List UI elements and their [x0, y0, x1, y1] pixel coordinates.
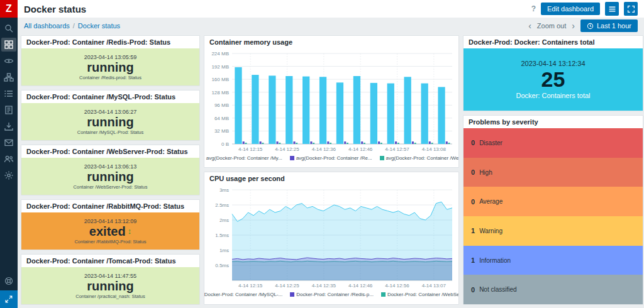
sidebar-item-administration[interactable]	[1, 168, 16, 182]
support-icon[interactable]	[1, 274, 16, 288]
severity-count: 0	[471, 286, 475, 294]
edit-dashboard-button[interactable]: Edit dashboard	[541, 3, 600, 15]
svg-text:4-14 12:56: 4-14 12:56	[385, 283, 409, 289]
legend-label: Docker-Prod: Container /WebSer...	[387, 292, 459, 297]
dashboard-menu-button[interactable]	[605, 2, 619, 16]
severity-label: High	[479, 169, 492, 176]
card-title: Docker-Prod: Container /Tomcat-Prod: Sta…	[21, 255, 199, 267]
legend-swatch-icon	[380, 156, 384, 160]
sidebar-item-dashboards[interactable]	[1, 38, 16, 52]
card-value-text: exited	[89, 225, 126, 238]
hamburger-icon	[608, 5, 616, 13]
card-value: exited ↕	[89, 225, 131, 238]
legend-swatch-icon	[381, 292, 386, 297]
svg-text:4-14 12:57: 4-14 12:57	[385, 146, 409, 152]
status-card-mysql: Docker-Prod: Container /MySQL-Prod: Stat…	[21, 90, 200, 141]
help-icon[interactable]: ?	[531, 4, 536, 13]
breadcrumb-current[interactable]: Docker status	[78, 22, 120, 30]
sidebar-item-inventory[interactable]	[1, 87, 16, 101]
severity-row-warning[interactable]: 1 Warning	[464, 216, 643, 246]
svg-text:4-14 12:46: 4-14 12:46	[348, 146, 373, 152]
time-range-button[interactable]: Last 1 hour	[580, 19, 638, 32]
breadcrumb-separator: /	[73, 22, 75, 30]
time-range-label: Last 1 hour	[597, 22, 631, 30]
cpu-chart-legend: Docker-Prod: Container /MySQL-...Docker-…	[204, 290, 458, 298]
breadcrumb-bar: All dashboards / Docker status ‹ Zoom ou…	[18, 18, 644, 34]
severity-row-high[interactable]: 0 High	[464, 158, 643, 187]
card-subtitle: Container /Redis-prod: Status	[79, 75, 142, 80]
right-column: Docker-Prod: Docker: Containers total 20…	[463, 35, 643, 305]
card-timestamp: 2023-04-14 13:05:59	[84, 54, 137, 60]
breadcrumb-all-dashboards[interactable]: All dashboards	[24, 22, 70, 30]
time-back-icon[interactable]: ‹	[526, 21, 533, 31]
sidebar-bottom	[0, 274, 18, 308]
fullscreen-button[interactable]	[624, 2, 638, 16]
severity-count: 0	[471, 198, 475, 206]
card-subtitle: Container /RabbitMQ-Prod: Status	[74, 239, 146, 245]
card-title: Docker-Prod: Container /Redis-Prod: Stat…	[21, 36, 199, 48]
zabbix-logo[interactable]: Z	[0, 0, 18, 18]
charts-column: Container memory usage 4-14 12:154-14 12…	[204, 35, 459, 305]
memory-chart-legend: avg(Docker-Prod: Container /My...avg(Doc…	[204, 154, 458, 162]
severity-rows: 0 Disaster 0 High 0 Average 1 Warning	[464, 128, 643, 304]
svg-text:1ms: 1ms	[219, 248, 229, 253]
sidebar-item-alerts[interactable]	[1, 136, 16, 150]
svg-text:0 B: 0 B	[221, 141, 229, 147]
legend-swatch-icon	[290, 292, 294, 297]
breadcrumb: All dashboards / Docker status	[24, 22, 120, 30]
card-timestamp: 2023-04-14 11:47:55	[84, 273, 136, 279]
severity-row-information[interactable]: 1 Information	[464, 246, 643, 275]
card-title: Docker-Prod: Container /WebServer-Prod: …	[21, 145, 199, 158]
card-timestamp: 2023-04-14 13:06:27	[84, 109, 137, 115]
search-icon[interactable]	[1, 21, 16, 35]
severity-row-not-classified[interactable]: 0 Not classified	[464, 275, 643, 304]
svg-text:4-14 12:15: 4-14 12:15	[238, 146, 263, 152]
svg-text:4-14 12:35: 4-14 12:35	[312, 283, 336, 289]
expand-sidebar-icon[interactable]	[0, 290, 18, 308]
svg-text:2.5ms: 2.5ms	[215, 202, 229, 208]
card-value: running	[87, 280, 133, 293]
page-title: Docker status	[24, 4, 86, 14]
severity-label: Not classified	[479, 286, 516, 293]
svg-text:4-14 13:07: 4-14 13:07	[422, 283, 447, 289]
memory-usage-panel: Container memory usage 4-14 12:154-14 12…	[204, 35, 459, 168]
header: Docker status ? Edit dashboard	[18, 0, 644, 18]
dashboard-grid: Docker-Prod: Container /Redis-Prod: Stat…	[21, 35, 643, 305]
panel-title: Docker-Prod: Docker: Containers total	[464, 36, 643, 48]
svg-text:4-14 12:25: 4-14 12:25	[275, 146, 299, 152]
svg-text:4-14 12:25: 4-14 12:25	[275, 283, 299, 289]
zoom-out-button[interactable]: Zoom out	[537, 22, 566, 30]
legend-item: avg(Docker-Prod: Container /We...	[380, 155, 459, 161]
severity-label: Information	[479, 257, 511, 264]
cpu-usage-chart[interactable]: 4-14 12:154-14 12:254-14 12:354-14 12:46…	[204, 185, 458, 290]
sidebar-item-data-collection[interactable]	[1, 119, 16, 133]
sidebar-item-services[interactable]	[1, 70, 16, 84]
total-value: 25	[541, 69, 565, 91]
card-value: running	[87, 116, 133, 129]
svg-text:1.5ms: 1.5ms	[215, 233, 229, 238]
clock-icon	[587, 23, 594, 30]
time-forward-icon[interactable]: ›	[570, 21, 577, 31]
severity-row-disaster[interactable]: 0 Disaster	[464, 128, 643, 158]
sidebar-item-reports[interactable]	[1, 103, 16, 117]
svg-text:160 MB: 160 MB	[211, 77, 229, 82]
svg-text:96 MB: 96 MB	[214, 102, 229, 108]
card-subtitle: Container /MySQL-Prod: Status	[77, 129, 143, 135]
legend-label: avg(Docker-Prod: Container /Re...	[296, 155, 372, 161]
status-column: Docker-Prod: Container /Redis-Prod: Stat…	[21, 35, 200, 305]
svg-text:4-14 12:15: 4-14 12:15	[238, 283, 263, 289]
panel-title: Container memory usage	[204, 36, 458, 48]
status-card-tomcat: Docker-Prod: Container /Tomcat-Prod: Sta…	[21, 254, 200, 305]
main-area: Docker status ? Edit dashboard All dashb…	[18, 0, 644, 308]
legend-swatch-icon	[204, 156, 204, 160]
severity-label: Warning	[479, 228, 502, 234]
cpu-usage-panel: CPU usage per second 4-14 12:154-14 12:2…	[204, 172, 459, 305]
sidebar-item-monitoring[interactable]	[1, 54, 16, 68]
sidebar-item-users[interactable]	[1, 152, 16, 166]
card-subtitle: Container /WebServer-Prod: Status	[74, 184, 148, 190]
legend-item: avg(Docker-Prod: Container /Re...	[290, 155, 372, 161]
severity-row-average[interactable]: 0 Average	[464, 187, 643, 216]
containers-total-panel: Docker-Prod: Docker: Containers total 20…	[463, 35, 643, 111]
memory-usage-chart[interactable]: 4-14 12:154-14 12:254-14 12:364-14 12:46…	[204, 48, 458, 154]
svg-text:3ms: 3ms	[219, 187, 229, 193]
